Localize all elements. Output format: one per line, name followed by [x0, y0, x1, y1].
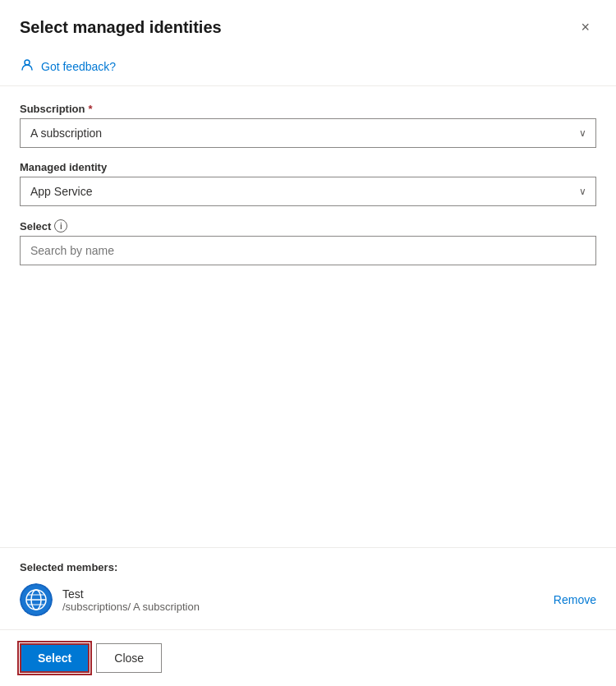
- search-by-name-input[interactable]: [20, 236, 596, 265]
- member-row: Test /subscriptions/ A subscription Remo…: [20, 583, 596, 616]
- search-results-area: [20, 279, 596, 443]
- subscription-select[interactable]: A subscription: [20, 118, 596, 148]
- subscription-select-wrapper: A subscription ∨: [20, 118, 596, 148]
- select-label: Select i: [20, 219, 596, 233]
- managed-identity-select-wrapper: App Service ∨: [20, 177, 596, 206]
- managed-identity-select[interactable]: App Service: [20, 177, 596, 206]
- svg-point-0: [25, 60, 30, 65]
- subscription-field-group: Subscription * A subscription ∨: [20, 103, 596, 148]
- managed-identity-label: Managed identity: [20, 161, 596, 173]
- select-managed-identities-dialog: Select managed identities × Got feedback…: [0, 0, 616, 686]
- close-x-button[interactable]: ×: [574, 16, 596, 38]
- member-info: Test /subscriptions/ A subscription: [62, 587, 544, 613]
- feedback-link[interactable]: Got feedback?: [41, 60, 116, 73]
- select-info-icon[interactable]: i: [54, 219, 67, 233]
- required-indicator: *: [88, 103, 92, 115]
- dialog-header: Select managed identities ×: [0, 0, 616, 51]
- managed-identity-field-group: Managed identity App Service ∨: [20, 161, 596, 206]
- feedback-bar: Got feedback?: [0, 51, 616, 86]
- subscription-label: Subscription *: [20, 103, 596, 115]
- member-subscription: /subscriptions/ A subscription: [62, 601, 544, 613]
- remove-member-link[interactable]: Remove: [554, 593, 596, 606]
- dialog-body: Subscription * A subscription ∨ Managed …: [0, 86, 616, 547]
- dialog-title: Select managed identities: [20, 18, 222, 37]
- select-button[interactable]: Select: [20, 643, 90, 673]
- select-field-group: Select i: [20, 219, 596, 265]
- member-name: Test: [62, 587, 544, 601]
- selected-members-section: Selected members: Test /subscriptions/ A…: [0, 547, 616, 629]
- feedback-icon: [20, 58, 34, 76]
- dialog-footer: Select Close: [0, 629, 616, 686]
- close-button[interactable]: Close: [96, 643, 162, 673]
- member-avatar: [20, 583, 53, 616]
- selected-members-label: Selected members:: [20, 561, 596, 573]
